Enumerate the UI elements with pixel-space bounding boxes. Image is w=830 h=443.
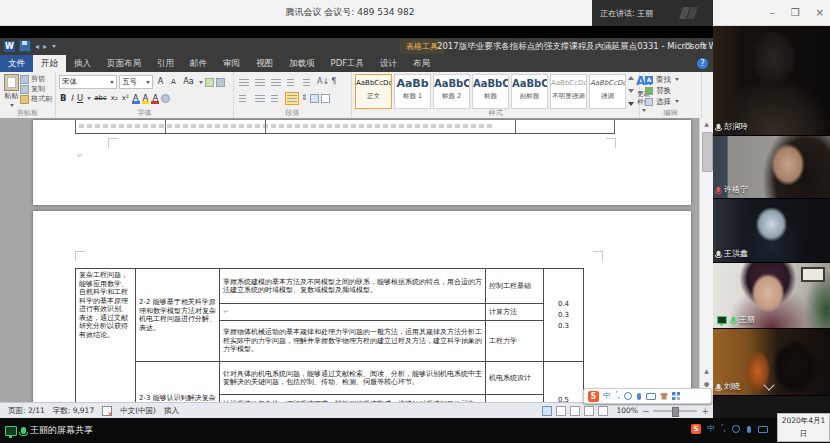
highlight-color-icon[interactable]: A xyxy=(142,92,150,104)
soft-keyboard-icon[interactable] xyxy=(646,393,656,400)
restore-button[interactable]: ❐ xyxy=(791,7,800,18)
subscript-button[interactable]: x₂ xyxy=(110,91,119,105)
style-subtitle[interactable]: AaBbC 副标题 xyxy=(511,74,548,109)
italic-button[interactable]: I xyxy=(69,91,74,105)
zoom-out-icon[interactable]: − xyxy=(642,406,650,416)
tab-design[interactable]: 设计 xyxy=(372,55,405,72)
underline-button[interactable]: U xyxy=(76,91,84,105)
course-cell[interactable]: 工程力学 xyxy=(486,321,544,362)
style-heading2[interactable]: AaBbC 标题 2 xyxy=(433,74,470,109)
font-color-icon[interactable]: A xyxy=(151,92,159,104)
requirements-table[interactable]: 复杂工程问题，能够应用数学、自然科学和工程科学的基本原理进行有效识别、表达，通过… xyxy=(75,268,584,403)
indicator-2-3-cell[interactable]: 2-3 能够认识到解决复杂机电工程问题有多种方案可选择，能通过文献研究寻求可替代… xyxy=(136,362,220,404)
minimize-button[interactable]: – xyxy=(770,7,775,18)
replace-button[interactable]: 替换 xyxy=(645,85,698,96)
word-count[interactable]: 字数: 9,917 xyxy=(53,406,94,416)
punctuation-icon[interactable]: ’, xyxy=(615,390,620,402)
tab-layout[interactable]: 布局 xyxy=(405,55,438,72)
font-name-combo[interactable]: 宋体 xyxy=(59,75,117,89)
justify-icon[interactable] xyxy=(285,92,299,105)
gallery-more-icon[interactable] xyxy=(628,102,634,106)
tab-references[interactable]: 引用 xyxy=(149,55,182,72)
style-title[interactable]: AaBbC 标题 xyxy=(472,74,509,109)
video-tile[interactable]: 许格宁 xyxy=(713,136,830,199)
language-indicator[interactable]: 中文(中国) xyxy=(120,406,156,416)
requirement-cell[interactable]: 针对具体的机电系统问题，能够通过文献检索、阅读、分析，能够识别机电系统中主要解决… xyxy=(220,362,486,395)
tab-addins[interactable]: 加载项 xyxy=(281,55,323,72)
tray-emoji-icon[interactable] xyxy=(732,425,740,433)
zoom-slider-knob[interactable] xyxy=(672,407,679,417)
shading-icon[interactable] xyxy=(310,94,319,103)
align-center-icon[interactable] xyxy=(253,92,267,105)
toolbox-icon[interactable] xyxy=(672,392,680,400)
bold-button[interactable]: B xyxy=(59,91,67,105)
find-button[interactable]: A查找 xyxy=(645,74,698,85)
tray-punctuation-icon[interactable]: ’, xyxy=(721,423,726,435)
increase-indent-icon[interactable] xyxy=(301,76,315,89)
insert-mode[interactable]: 插入 xyxy=(164,406,179,416)
word-app-icon[interactable]: W xyxy=(4,41,15,52)
grow-font-icon[interactable]: A xyxy=(155,75,166,89)
page-indicator[interactable]: 页面: 2/11 xyxy=(8,406,45,416)
gallery-up-icon[interactable] xyxy=(628,76,634,80)
copy-button[interactable]: 复制 xyxy=(20,85,52,94)
style-normal[interactable]: AaBbCcDd 正文 xyxy=(355,74,392,109)
tray-keyboard-icon[interactable] xyxy=(758,426,768,433)
character-border-icon[interactable] xyxy=(216,78,225,87)
show-marks-icon[interactable]: ¶ xyxy=(331,76,336,88)
requirement-cell[interactable]: 掌握物体机械运动的基本规律和处理力学问题的一般方法，运用其规律及方法分析工程实际… xyxy=(220,321,486,362)
scroll-up-icon[interactable]: ▲ xyxy=(700,118,713,130)
draft-view-icon[interactable] xyxy=(598,406,608,416)
video-tile[interactable]: 王洪鑫 xyxy=(713,199,830,263)
phonetic-guide-icon[interactable] xyxy=(205,78,214,87)
zoom-in-icon[interactable]: + xyxy=(701,406,709,416)
indicator-2-2-cell[interactable]: 2-2 能够基于相关科学原理和数学模型方法对复杂机电工程问题进行分解、表达。 xyxy=(136,269,220,362)
video-tile[interactable]: 王丽 xyxy=(713,263,830,329)
numbering-icon[interactable] xyxy=(253,76,267,89)
tab-view[interactable]: 视图 xyxy=(248,55,281,72)
style-heading1[interactable]: AaBb 标题 1 xyxy=(394,74,431,109)
strikethrough-button[interactable]: abc xyxy=(93,91,108,105)
close-button[interactable]: × xyxy=(816,7,824,18)
word-close-button[interactable]: × xyxy=(701,42,708,51)
input-mode-chinese[interactable]: 中 xyxy=(603,390,611,402)
web-layout-view-icon[interactable] xyxy=(570,406,580,416)
sort-icon[interactable]: A↓ xyxy=(317,76,329,88)
font-size-combo[interactable]: 五号 xyxy=(119,75,153,89)
save-icon[interactable] xyxy=(19,40,31,52)
collapse-chevron-icon[interactable] xyxy=(763,379,774,390)
align-left-icon[interactable] xyxy=(237,92,251,105)
text-effects-icon[interactable]: A xyxy=(132,92,140,104)
tab-review[interactable]: 审阅 xyxy=(215,55,248,72)
emoji-icon[interactable] xyxy=(624,392,632,400)
redo-icon[interactable]: ▸ xyxy=(43,41,47,52)
tab-insert[interactable]: 插入 xyxy=(66,55,99,72)
print-layout-view-icon[interactable] xyxy=(542,406,552,416)
word-restore-button[interactable]: ❐ xyxy=(684,42,691,51)
paste-button[interactable]: 粘贴 xyxy=(3,74,20,108)
sogou-tray-icon[interactable]: S xyxy=(691,424,701,434)
video-tile[interactable]: 彭润玲 xyxy=(713,25,830,136)
scrollbar-thumb[interactable] xyxy=(702,132,713,172)
decrease-indent-icon[interactable] xyxy=(285,76,299,89)
attribute-cell[interactable]: 复杂工程问题，能够应用数学、自然科学和工程科学的基本原理进行有效识别、表达，通过… xyxy=(76,269,136,404)
weights-cell[interactable]: 0.4 0.3 0.3 xyxy=(544,269,584,362)
tray-voice-icon[interactable] xyxy=(747,426,751,433)
tab-page-layout[interactable]: 页面布局 xyxy=(99,55,149,72)
weights-cell[interactable]: 0.5 0.3 0.2 xyxy=(544,362,584,404)
outline-view-icon[interactable] xyxy=(584,406,594,416)
bullets-icon[interactable] xyxy=(237,76,251,89)
skin-icon[interactable] xyxy=(660,393,668,400)
tab-file[interactable]: 文件 xyxy=(0,55,33,72)
undo-icon[interactable]: ◂ xyxy=(35,41,39,52)
requirement-cell[interactable]: ↵ xyxy=(220,304,486,321)
tab-mailings[interactable]: 邮件 xyxy=(182,55,215,72)
sogou-logo-icon[interactable]: S xyxy=(588,391,599,402)
course-cell[interactable]: 计算方法 xyxy=(486,304,544,321)
style-subtle-emphasis[interactable]: AaBbCcDd 不明显强调 xyxy=(550,74,587,109)
tab-pdf-tools[interactable]: PDF工具 xyxy=(323,55,373,72)
zoom-level[interactable]: 100% xyxy=(616,406,637,415)
word-minimize-button[interactable]: – xyxy=(670,42,674,51)
requirement-cell[interactable]: 掌握系统建模的基本方法及不同模型之间的联系，能够根据系统的特点，用合适的方法建立… xyxy=(220,269,486,304)
video-tile[interactable]: 刘晓 xyxy=(713,329,830,396)
